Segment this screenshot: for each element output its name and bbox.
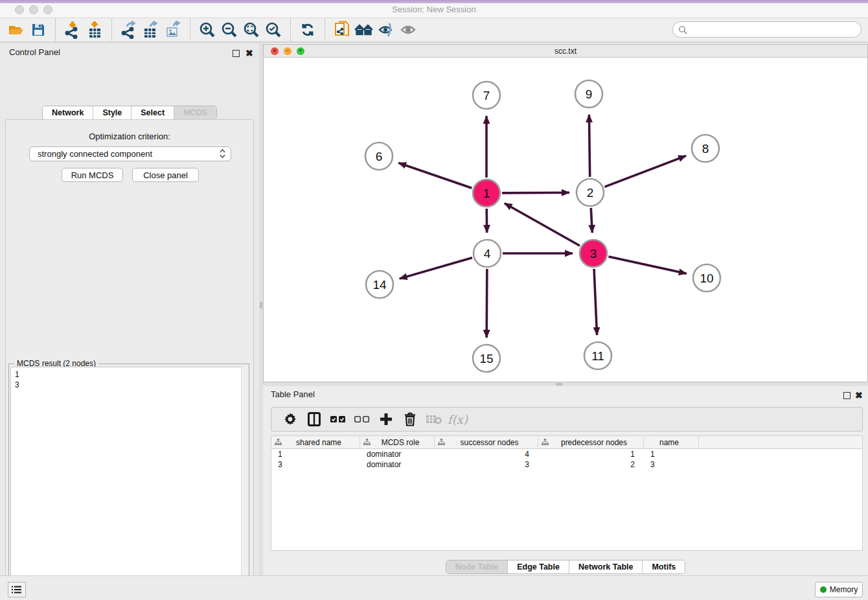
- edge-3-10[interactable]: [608, 257, 686, 273]
- optimization-criterion-value: strongly connected component: [38, 149, 152, 159]
- save-session-icon[interactable]: [27, 19, 49, 40]
- zoom-selected-icon[interactable]: [262, 19, 284, 40]
- memory-label: Memory: [830, 585, 858, 594]
- titlebar-accent-strip: [0, 0, 868, 3]
- table-cell: dominator: [360, 459, 435, 470]
- column-header-name[interactable]: name: [644, 436, 699, 448]
- tab-motifs[interactable]: Motifs: [642, 560, 685, 573]
- home-icon[interactable]: [353, 19, 375, 40]
- control-panel: Control Panel ✖ NetworkStyleSelectMCDS O…: [0, 43, 259, 575]
- zoom-in-icon[interactable]: [196, 19, 218, 40]
- column-header-successor-nodes[interactable]: successor nodes: [435, 436, 538, 448]
- run-mcds-button[interactable]: Run MCDS: [62, 168, 123, 182]
- tab-network-table[interactable]: Network Table: [569, 560, 643, 573]
- toolbar-separator: [190, 19, 190, 41]
- table-panel-tabs: Node TableEdge TableNetwork TableMotifs: [263, 560, 868, 574]
- network-canvas[interactable]: 7968124314101511: [264, 58, 867, 382]
- edge-4-14[interactable]: [400, 258, 472, 279]
- memory-button[interactable]: Memory: [815, 582, 863, 597]
- refresh-icon[interactable]: [297, 19, 319, 40]
- edge-1-6[interactable]: [398, 163, 472, 188]
- svg-text:11: 11: [591, 349, 604, 363]
- tab-edge-table[interactable]: Edge Table: [507, 560, 569, 573]
- optimization-criterion-select[interactable]: strongly connected component: [29, 146, 231, 161]
- delete-column-icon[interactable]: [398, 410, 422, 429]
- export-table-icon[interactable]: [140, 19, 162, 40]
- close-panel-button[interactable]: Close panel: [132, 168, 199, 182]
- edge-3-1[interactable]: [505, 203, 580, 246]
- svg-text:7: 7: [483, 89, 490, 102]
- search-input[interactable]: [672, 21, 862, 38]
- toolbar-separator: [111, 19, 112, 41]
- toolbar-separator: [55, 19, 56, 41]
- tab-network[interactable]: Network: [43, 106, 93, 119]
- close-table-panel-icon[interactable]: ✖: [855, 389, 863, 401]
- mcds-result-text[interactable]: 13: [10, 367, 247, 600]
- window-title: Session: New Session: [0, 5, 868, 14]
- settings-gear-icon[interactable]: [278, 410, 302, 429]
- edge-2-9[interactable]: [589, 115, 589, 177]
- node-3[interactable]: 3: [580, 240, 607, 267]
- control-panel-title: Control Panel: [9, 47, 60, 57]
- import-network-icon[interactable]: [62, 19, 84, 40]
- tab-mcds[interactable]: MCDS: [174, 106, 216, 119]
- node-7[interactable]: 7: [473, 82, 500, 109]
- mcds-result-scrollbar[interactable]: [241, 367, 247, 600]
- svg-text:3: 3: [590, 247, 597, 260]
- clone-network-icon[interactable]: [331, 19, 353, 40]
- select-all-icon[interactable]: [326, 410, 350, 429]
- select-stepper-icon: [220, 148, 225, 159]
- mcds-result-group: MCDS result (2 nodes) 13: [8, 363, 249, 600]
- app-titlebar: Session: New Session: [0, 0, 868, 18]
- tab-select[interactable]: Select: [131, 106, 174, 119]
- column-header-shared-name[interactable]: shared name: [271, 436, 360, 448]
- node-table-body: 1dominator4113dominator323: [271, 449, 862, 470]
- delete-table-icon[interactable]: [422, 410, 446, 429]
- svg-text:1: 1: [483, 187, 490, 200]
- node-10[interactable]: 10: [693, 264, 720, 292]
- deselect-all-icon[interactable]: [350, 410, 374, 429]
- search-icon: [678, 25, 687, 34]
- node-14[interactable]: 14: [366, 271, 393, 298]
- edge-1-2[interactable]: [502, 192, 569, 193]
- hide-selected-icon[interactable]: [375, 19, 397, 40]
- table-cell: 3: [435, 459, 538, 470]
- network-view-window: × − + scc.txt 7968124314101511: [263, 44, 868, 382]
- add-column-icon[interactable]: [374, 410, 398, 429]
- table-cell: 2: [538, 459, 644, 470]
- node-9[interactable]: 9: [575, 80, 602, 108]
- tab-style[interactable]: Style: [93, 106, 131, 119]
- function-builder-icon[interactable]: f(x): [446, 410, 470, 429]
- edge-3-11[interactable]: [594, 269, 597, 335]
- node-4[interactable]: 4: [474, 240, 501, 267]
- task-history-button[interactable]: [8, 582, 26, 597]
- node-6[interactable]: 6: [365, 143, 393, 170]
- show-eye-icon[interactable]: [397, 19, 419, 40]
- edge-2-3[interactable]: [591, 208, 592, 233]
- import-table-icon[interactable]: [84, 19, 106, 40]
- float-panel-icon[interactable]: [233, 48, 240, 60]
- node-15[interactable]: 15: [473, 345, 500, 372]
- table-toolbar: f(x): [271, 407, 863, 432]
- edge-2-8[interactable]: [604, 156, 686, 187]
- table-row[interactable]: 3dominator323: [271, 459, 862, 470]
- node-2[interactable]: 2: [577, 179, 604, 206]
- tab-node-table[interactable]: Node Table: [446, 560, 507, 573]
- node-table[interactable]: shared nameMCDS rolesuccessor nodesprede…: [271, 435, 863, 551]
- column-header-predecessor-nodes[interactable]: predecessor nodes: [538, 436, 644, 448]
- close-panel-icon[interactable]: ✖: [246, 47, 253, 59]
- node-8[interactable]: 8: [692, 135, 719, 162]
- open-file-icon[interactable]: [5, 19, 27, 40]
- zoom-out-icon[interactable]: [218, 19, 240, 40]
- edge-4-15[interactable]: [486, 269, 487, 338]
- table-row[interactable]: 1dominator411: [271, 449, 862, 459]
- zoom-fit-icon[interactable]: [240, 19, 262, 40]
- float-table-panel-icon[interactable]: [843, 390, 851, 402]
- column-header-MCDS-role[interactable]: MCDS role: [360, 436, 435, 448]
- node-11[interactable]: 11: [584, 342, 611, 369]
- export-image-icon[interactable]: [162, 19, 184, 40]
- node-1[interactable]: 1: [473, 179, 500, 207]
- svg-text:15: 15: [479, 352, 493, 365]
- column-view-icon[interactable]: [302, 410, 326, 429]
- export-network-icon[interactable]: [118, 19, 140, 40]
